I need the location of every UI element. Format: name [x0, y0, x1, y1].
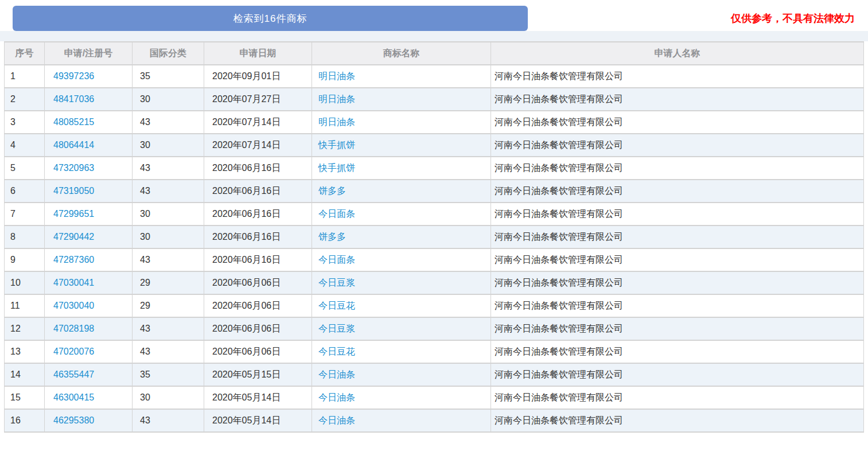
cell-applicant-name: 河南今日油条餐饮管理有限公司 [491, 65, 864, 88]
header-trademark-name: 商标名称 [312, 42, 491, 65]
cell-apply-date: 2020年06月16日 [204, 225, 312, 248]
cell-apply-date: 2020年09月01日 [204, 65, 312, 88]
table-header-row: 序号 申请/注册号 国际分类 申请日期 商标名称 申请人名称 [5, 42, 864, 65]
cell-intl-class: 43 [133, 248, 204, 271]
trademark-name-link[interactable]: 今日豆花 [318, 301, 355, 310]
cell-apply-date: 2020年06月06日 [204, 294, 312, 317]
table-cell: 49397236 [45, 65, 133, 88]
cell-apply-date: 2020年07月27日 [204, 88, 312, 111]
registration-number-link[interactable]: 47320963 [53, 163, 94, 173]
cell-applicant-name: 河南今日油条餐饮管理有限公司 [491, 271, 864, 294]
top-bar: 检索到16件商标 仅供参考，不具有法律效力 [0, 0, 868, 31]
trademark-name-link[interactable]: 今日面条 [318, 255, 355, 265]
registration-number-link[interactable]: 47319050 [53, 186, 94, 196]
registration-number-link[interactable]: 48417036 [53, 94, 94, 104]
cell-applicant-name: 河南今日油条餐饮管理有限公司 [491, 111, 864, 134]
trademark-name-link[interactable]: 饼多多 [318, 232, 346, 242]
table-cell: 47020076 [45, 340, 133, 363]
cell-intl-class: 30 [133, 225, 204, 248]
cell-index: 15 [5, 386, 45, 409]
table-cell: 今日面条 [312, 248, 491, 271]
cell-apply-date: 2020年07月14日 [204, 134, 312, 157]
cell-intl-class: 35 [133, 363, 204, 386]
registration-number-link[interactable]: 47030041 [53, 278, 94, 287]
registration-number-link[interactable]: 46295380 [53, 415, 94, 425]
table-cell: 饼多多 [312, 225, 491, 248]
results-table: 序号 申请/注册号 国际分类 申请日期 商标名称 申请人名称 149397236… [4, 41, 864, 433]
table-row: 1546300415302020年05月14日今日油条河南今日油条餐饮管理有限公… [5, 386, 864, 409]
cell-applicant-name: 河南今日油条餐饮管理有限公司 [491, 340, 864, 363]
registration-number-link[interactable]: 47030040 [53, 301, 94, 310]
result-count-banner[interactable]: 检索到16件商标 [13, 6, 528, 31]
registration-number-link[interactable]: 47290442 [53, 232, 94, 242]
trademark-name-link[interactable]: 今日豆浆 [318, 324, 355, 333]
header-index: 序号 [5, 42, 45, 65]
cell-intl-class: 30 [133, 203, 204, 225]
table-cell: 48085215 [45, 111, 133, 134]
registration-number-link[interactable]: 49397236 [53, 71, 94, 81]
cell-applicant-name: 河南今日油条餐饮管理有限公司 [491, 317, 864, 340]
header-applicant-name: 申请人名称 [491, 42, 864, 65]
table-cell: 48417036 [45, 88, 133, 111]
trademark-name-link[interactable]: 快手抓饼 [318, 163, 355, 173]
cell-index: 14 [5, 363, 45, 386]
table-cell: 今日油条 [312, 409, 491, 432]
cell-intl-class: 43 [133, 111, 204, 134]
table-cell: 快手抓饼 [312, 134, 491, 157]
registration-number-link[interactable]: 47287360 [53, 255, 94, 265]
trademark-name-link[interactable]: 快手抓饼 [318, 140, 355, 150]
trademark-name-link[interactable]: 明日油条 [318, 94, 355, 104]
registration-number-link[interactable]: 47299651 [53, 209, 94, 219]
table-cell: 今日油条 [312, 363, 491, 386]
trademark-name-link[interactable]: 今日油条 [318, 392, 355, 402]
registration-number-link[interactable]: 47028198 [53, 324, 94, 333]
table-row: 1347020076432020年06月06日今日豆花河南今日油条餐饮管理有限公… [5, 340, 864, 363]
trademark-name-link[interactable]: 今日豆花 [318, 347, 355, 356]
results-table-body: 149397236352020年09月01日明日油条河南今日油条餐饮管理有限公司… [5, 65, 864, 432]
trademark-name-link[interactable]: 明日油条 [318, 71, 355, 81]
cell-applicant-name: 河南今日油条餐饮管理有限公司 [491, 225, 864, 248]
table-row: 847290442302020年06月16日饼多多河南今日油条餐饮管理有限公司 [5, 225, 864, 248]
cell-applicant-name: 河南今日油条餐饮管理有限公司 [491, 248, 864, 271]
registration-number-link[interactable]: 46355447 [53, 370, 94, 379]
cell-apply-date: 2020年06月16日 [204, 180, 312, 203]
cell-index: 5 [5, 157, 45, 180]
trademark-name-link[interactable]: 饼多多 [318, 186, 346, 196]
registration-number-link[interactable]: 48085215 [53, 117, 94, 127]
cell-intl-class: 43 [133, 409, 204, 432]
table-row: 1646295380432020年05月14日今日油条河南今日油条餐饮管理有限公… [5, 409, 864, 432]
header-registration-no: 申请/注册号 [45, 42, 133, 65]
table-row: 1247028198432020年06月06日今日豆浆河南今日油条餐饮管理有限公… [5, 317, 864, 340]
cell-applicant-name: 河南今日油条餐饮管理有限公司 [491, 294, 864, 317]
cell-intl-class: 43 [133, 340, 204, 363]
table-cell: 今日油条 [312, 386, 491, 409]
registration-number-link[interactable]: 47020076 [53, 347, 94, 356]
table-row: 1446355447352020年05月15日今日油条河南今日油条餐饮管理有限公… [5, 363, 864, 386]
cell-intl-class: 30 [133, 134, 204, 157]
table-cell: 47287360 [45, 248, 133, 271]
trademark-name-link[interactable]: 今日面条 [318, 209, 355, 219]
registration-number-link[interactable]: 48064414 [53, 140, 94, 150]
registration-number-link[interactable]: 46300415 [53, 392, 94, 402]
cell-apply-date: 2020年06月06日 [204, 340, 312, 363]
trademark-name-link[interactable]: 今日油条 [318, 415, 355, 425]
table-cell: 明日油条 [312, 65, 491, 88]
cell-apply-date: 2020年06月16日 [204, 248, 312, 271]
cell-index: 6 [5, 180, 45, 203]
cell-intl-class: 29 [133, 271, 204, 294]
table-cell: 47319050 [45, 180, 133, 203]
cell-apply-date: 2020年06月06日 [204, 317, 312, 340]
cell-index: 16 [5, 409, 45, 432]
cell-intl-class: 43 [133, 157, 204, 180]
header-apply-date: 申请日期 [204, 42, 312, 65]
trademark-name-link[interactable]: 明日油条 [318, 117, 355, 127]
table-cell: 明日油条 [312, 111, 491, 134]
cell-applicant-name: 河南今日油条餐饮管理有限公司 [491, 157, 864, 180]
trademark-name-link[interactable]: 今日豆浆 [318, 278, 355, 287]
trademark-name-link[interactable]: 今日油条 [318, 370, 355, 379]
cell-applicant-name: 河南今日油条餐饮管理有限公司 [491, 363, 864, 386]
table-row: 747299651302020年06月16日今日面条河南今日油条餐饮管理有限公司 [5, 203, 864, 225]
table-cell: 48064414 [45, 134, 133, 157]
cell-index: 4 [5, 134, 45, 157]
cell-index: 7 [5, 203, 45, 225]
